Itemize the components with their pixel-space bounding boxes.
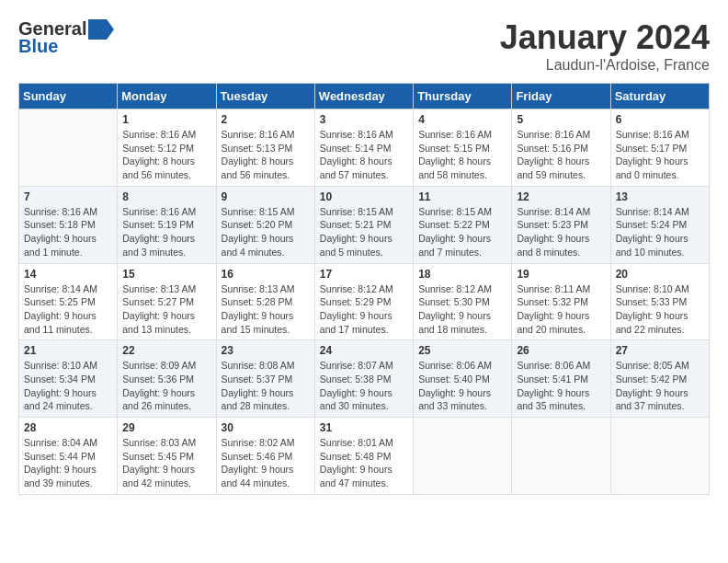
day-info: Sunrise: 8:16 AMSunset: 5:17 PMDaylight:… [616, 128, 704, 182]
calendar-cell: 6Sunrise: 8:16 AMSunset: 5:17 PMDaylight… [610, 109, 709, 187]
day-number: 21 [24, 344, 112, 357]
weekday-header-row: SundayMondayTuesdayWednesdayThursdayFrid… [19, 84, 710, 109]
day-info: Sunrise: 8:16 AMSunset: 5:18 PMDaylight:… [24, 205, 112, 259]
day-info: Sunrise: 8:14 AMSunset: 5:24 PMDaylight:… [616, 205, 704, 259]
calendar-cell: 12Sunrise: 8:14 AMSunset: 5:23 PMDayligh… [512, 186, 610, 263]
calendar-cell: 29Sunrise: 8:03 AMSunset: 5:45 PMDayligh… [118, 418, 216, 495]
page-header: General Blue January 2024 Laudun-l'Ardoi… [18, 18, 710, 74]
calendar-cell: 8Sunrise: 8:16 AMSunset: 5:19 PMDaylight… [118, 186, 216, 263]
day-number: 16 [222, 268, 310, 281]
location: Laudun-l'Ardoise, France [500, 57, 710, 74]
calendar-cell: 22Sunrise: 8:09 AMSunset: 5:36 PMDayligh… [118, 340, 216, 418]
weekday-header-thursday: Thursday [414, 84, 512, 109]
day-number: 12 [517, 190, 605, 203]
calendar-cell: 7Sunrise: 8:16 AMSunset: 5:18 PMDaylight… [19, 186, 118, 263]
logo: General Blue [18, 18, 114, 57]
weekday-header-wednesday: Wednesday [314, 84, 413, 109]
weekday-header-friday: Friday [512, 84, 610, 109]
day-info: Sunrise: 8:05 AMSunset: 5:42 PMDaylight:… [616, 359, 704, 413]
calendar-cell [19, 109, 118, 187]
calendar-cell: 17Sunrise: 8:12 AMSunset: 5:29 PMDayligh… [314, 263, 413, 340]
day-number: 17 [320, 268, 408, 281]
day-info: Sunrise: 8:14 AMSunset: 5:23 PMDaylight:… [517, 205, 605, 259]
day-number: 15 [122, 268, 210, 281]
day-info: Sunrise: 8:16 AMSunset: 5:16 PMDaylight:… [517, 128, 605, 182]
calendar-cell: 31Sunrise: 8:01 AMSunset: 5:48 PMDayligh… [314, 418, 413, 495]
title-block: January 2024 Laudun-l'Ardoise, France [500, 18, 710, 74]
day-info: Sunrise: 8:16 AMSunset: 5:13 PMDaylight:… [222, 128, 310, 182]
calendar-week-row: 1Sunrise: 8:16 AMSunset: 5:12 PMDaylight… [19, 109, 710, 187]
day-number: 8 [122, 190, 210, 203]
day-number: 20 [616, 268, 704, 281]
day-number: 4 [418, 113, 506, 126]
day-number: 27 [616, 344, 704, 357]
day-info: Sunrise: 8:15 AMSunset: 5:22 PMDaylight:… [418, 205, 506, 259]
day-number: 28 [24, 421, 112, 434]
calendar-cell: 25Sunrise: 8:06 AMSunset: 5:40 PMDayligh… [414, 340, 512, 418]
weekday-header-monday: Monday [118, 84, 216, 109]
day-info: Sunrise: 8:16 AMSunset: 5:14 PMDaylight:… [320, 128, 408, 182]
month-title: January 2024 [500, 18, 710, 57]
weekday-header-saturday: Saturday [610, 84, 709, 109]
calendar-cell: 13Sunrise: 8:14 AMSunset: 5:24 PMDayligh… [610, 186, 709, 263]
svg-marker-0 [88, 19, 114, 40]
calendar-cell: 1Sunrise: 8:16 AMSunset: 5:12 PMDaylight… [118, 109, 216, 187]
day-info: Sunrise: 8:16 AMSunset: 5:19 PMDaylight:… [122, 205, 210, 259]
calendar-cell: 4Sunrise: 8:16 AMSunset: 5:15 PMDaylight… [414, 109, 512, 187]
calendar-week-row: 21Sunrise: 8:10 AMSunset: 5:34 PMDayligh… [19, 340, 710, 418]
logo-blue-text: Blue [18, 36, 58, 57]
calendar-cell: 15Sunrise: 8:13 AMSunset: 5:27 PMDayligh… [118, 263, 216, 340]
day-info: Sunrise: 8:04 AMSunset: 5:44 PMDaylight:… [24, 436, 112, 490]
day-number: 23 [222, 344, 310, 357]
day-info: Sunrise: 8:12 AMSunset: 5:30 PMDaylight:… [418, 282, 506, 337]
day-info: Sunrise: 8:13 AMSunset: 5:27 PMDaylight:… [122, 282, 210, 337]
day-info: Sunrise: 8:15 AMSunset: 5:20 PMDaylight:… [222, 205, 310, 259]
calendar-table: SundayMondayTuesdayWednesdayThursdayFrid… [18, 83, 710, 495]
calendar-cell: 18Sunrise: 8:12 AMSunset: 5:30 PMDayligh… [414, 263, 512, 340]
day-number: 3 [320, 113, 408, 126]
day-number: 1 [122, 113, 210, 126]
day-number: 22 [122, 344, 210, 357]
day-info: Sunrise: 8:10 AMSunset: 5:34 PMDaylight:… [24, 359, 112, 413]
day-number: 26 [517, 344, 605, 357]
calendar-cell: 26Sunrise: 8:06 AMSunset: 5:41 PMDayligh… [512, 340, 610, 418]
day-number: 24 [320, 344, 408, 357]
day-info: Sunrise: 8:13 AMSunset: 5:28 PMDaylight:… [222, 282, 310, 337]
calendar-cell: 3Sunrise: 8:16 AMSunset: 5:14 PMDaylight… [314, 109, 413, 187]
calendar-cell: 2Sunrise: 8:16 AMSunset: 5:13 PMDaylight… [216, 109, 314, 187]
calendar-cell: 20Sunrise: 8:10 AMSunset: 5:33 PMDayligh… [610, 263, 709, 340]
day-info: Sunrise: 8:09 AMSunset: 5:36 PMDaylight:… [122, 359, 210, 413]
day-number: 30 [222, 421, 310, 434]
day-number: 29 [122, 421, 210, 434]
day-info: Sunrise: 8:02 AMSunset: 5:46 PMDaylight:… [222, 436, 310, 490]
calendar-cell [512, 418, 610, 495]
day-info: Sunrise: 8:12 AMSunset: 5:29 PMDaylight:… [320, 282, 408, 337]
calendar-week-row: 7Sunrise: 8:16 AMSunset: 5:18 PMDaylight… [19, 186, 710, 263]
logo-icon [88, 19, 114, 40]
day-number: 31 [320, 421, 408, 434]
day-number: 18 [418, 268, 506, 281]
day-number: 5 [517, 113, 605, 126]
day-info: Sunrise: 8:01 AMSunset: 5:48 PMDaylight:… [320, 436, 408, 490]
calendar-cell: 28Sunrise: 8:04 AMSunset: 5:44 PMDayligh… [19, 418, 118, 495]
day-info: Sunrise: 8:08 AMSunset: 5:37 PMDaylight:… [222, 359, 310, 413]
day-number: 7 [24, 190, 112, 203]
day-number: 9 [222, 190, 310, 203]
day-info: Sunrise: 8:16 AMSunset: 5:12 PMDaylight:… [122, 128, 210, 182]
day-number: 25 [418, 344, 506, 357]
calendar-week-row: 28Sunrise: 8:04 AMSunset: 5:44 PMDayligh… [19, 418, 710, 495]
calendar-cell: 24Sunrise: 8:07 AMSunset: 5:38 PMDayligh… [314, 340, 413, 418]
calendar-cell: 16Sunrise: 8:13 AMSunset: 5:28 PMDayligh… [216, 263, 314, 340]
day-number: 10 [320, 190, 408, 203]
day-info: Sunrise: 8:06 AMSunset: 5:40 PMDaylight:… [418, 359, 506, 413]
calendar-cell [610, 418, 709, 495]
calendar-cell: 30Sunrise: 8:02 AMSunset: 5:46 PMDayligh… [216, 418, 314, 495]
day-info: Sunrise: 8:03 AMSunset: 5:45 PMDaylight:… [122, 436, 210, 490]
day-info: Sunrise: 8:14 AMSunset: 5:25 PMDaylight:… [24, 282, 112, 337]
calendar-week-row: 14Sunrise: 8:14 AMSunset: 5:25 PMDayligh… [19, 263, 710, 340]
day-number: 13 [616, 190, 704, 203]
calendar-cell [414, 418, 512, 495]
day-info: Sunrise: 8:16 AMSunset: 5:15 PMDaylight:… [418, 128, 506, 182]
weekday-header-sunday: Sunday [19, 84, 118, 109]
calendar-cell: 27Sunrise: 8:05 AMSunset: 5:42 PMDayligh… [610, 340, 709, 418]
